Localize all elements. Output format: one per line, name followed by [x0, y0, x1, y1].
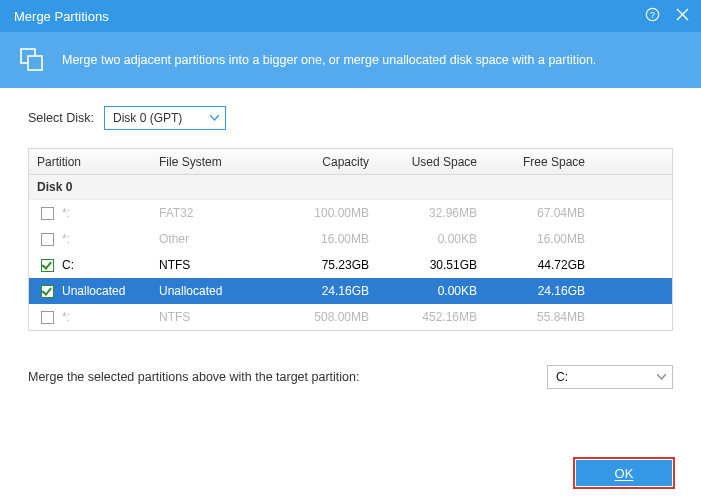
col-used: Used Space — [387, 155, 495, 169]
table-row: *:Other16.00MB0.00KB16.00MB — [29, 226, 672, 252]
select-disk-label: Select Disk: — [28, 111, 94, 125]
content: Select Disk: Disk 0 (GPT) Partition File… — [0, 88, 701, 389]
help-icon[interactable]: ? — [645, 7, 660, 25]
titlebar: Merge Partitions ? — [0, 0, 701, 32]
chevron-down-icon — [657, 374, 666, 380]
row-used: 30.51GB — [387, 258, 495, 272]
row-name: C: — [62, 258, 74, 272]
ok-highlight: OK — [573, 457, 675, 489]
row-free: 67.04MB — [495, 206, 603, 220]
svg-text:?: ? — [650, 10, 655, 20]
row-cap: 508.00MB — [279, 310, 387, 324]
chevron-down-icon — [210, 115, 219, 121]
row-fs: Unallocated — [159, 284, 279, 298]
titlebar-actions: ? — [645, 7, 689, 25]
banner: Merge two adjacent partitions into a big… — [0, 32, 701, 88]
row-fs: Other — [159, 232, 279, 246]
col-free: Free Space — [495, 155, 603, 169]
row-fs: FAT32 — [159, 206, 279, 220]
group-row: Disk 0 — [29, 175, 672, 200]
table-row[interactable]: C:NTFS75.23GB30.51GB44.72GB — [29, 252, 672, 278]
row-free: 55.84MB — [495, 310, 603, 324]
table-header: Partition File System Capacity Used Spac… — [29, 149, 672, 175]
table-row: *:FAT32100.00MB32.96MB67.04MB — [29, 200, 672, 226]
row-used: 0.00KB — [387, 284, 495, 298]
col-capacity: Capacity — [279, 155, 387, 169]
row-cap: 100.00MB — [279, 206, 387, 220]
row-checkbox — [41, 233, 54, 246]
ok-button[interactable]: OK — [576, 460, 672, 486]
target-select-value: C: — [556, 370, 568, 384]
row-cap: 75.23GB — [279, 258, 387, 272]
row-name: Unallocated — [62, 284, 125, 298]
svg-rect-3 — [28, 56, 42, 70]
row-checkbox — [41, 207, 54, 220]
row-free: 24.16GB — [495, 284, 603, 298]
merge-icon — [18, 46, 46, 74]
col-filesystem: File System — [159, 155, 279, 169]
row-checkbox[interactable] — [41, 285, 54, 298]
partition-table: Partition File System Capacity Used Spac… — [28, 148, 673, 331]
row-cap: 24.16GB — [279, 284, 387, 298]
row-used: 452.16MB — [387, 310, 495, 324]
disk-select-row: Select Disk: Disk 0 (GPT) — [28, 106, 673, 130]
banner-text: Merge two adjacent partitions into a big… — [62, 53, 596, 67]
disk-select[interactable]: Disk 0 (GPT) — [104, 106, 226, 130]
close-icon[interactable] — [676, 8, 689, 24]
window-title: Merge Partitions — [14, 9, 109, 24]
disk-select-value: Disk 0 (GPT) — [113, 111, 182, 125]
col-partition: Partition — [29, 155, 159, 169]
row-used: 0.00KB — [387, 232, 495, 246]
table-row: *:NTFS508.00MB452.16MB55.84MB — [29, 304, 672, 330]
table-body: *:FAT32100.00MB32.96MB67.04MB*:Other16.0… — [29, 200, 672, 330]
row-name: *: — [62, 206, 70, 220]
row-free: 16.00MB — [495, 232, 603, 246]
footer: OK — [573, 457, 675, 489]
row-name: *: — [62, 232, 70, 246]
row-fs: NTFS — [159, 258, 279, 272]
row-checkbox[interactable] — [41, 259, 54, 272]
merge-target-row: Merge the selected partitions above with… — [28, 365, 673, 389]
target-select[interactable]: C: — [547, 365, 673, 389]
row-used: 32.96MB — [387, 206, 495, 220]
row-free: 44.72GB — [495, 258, 603, 272]
row-checkbox — [41, 311, 54, 324]
row-fs: NTFS — [159, 310, 279, 324]
row-name: *: — [62, 310, 70, 324]
table-row[interactable]: UnallocatedUnallocated24.16GB0.00KB24.16… — [29, 278, 672, 304]
row-cap: 16.00MB — [279, 232, 387, 246]
merge-label: Merge the selected partitions above with… — [28, 370, 359, 384]
